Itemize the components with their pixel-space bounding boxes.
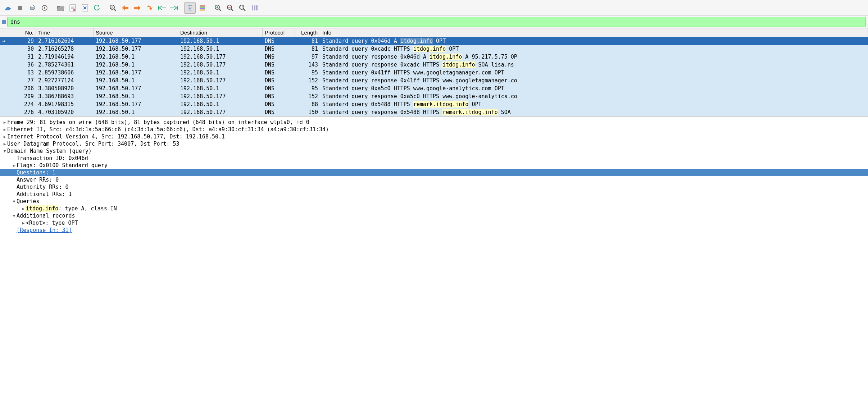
expand-icon[interactable]: ▶ — [2, 134, 7, 139]
tree-dns-additional-records[interactable]: ▼Additional records — [0, 212, 868, 219]
row-marker-icon — [0, 85, 7, 92]
svg-line-22 — [219, 9, 221, 11]
save-icon[interactable] — [67, 2, 78, 14]
tree-dns-additional-rrs[interactable]: Additional RRs: 1 — [0, 191, 868, 198]
zoom-in-icon[interactable] — [212, 2, 224, 14]
tree-dns-response-in[interactable]: [Response In: 31] — [0, 227, 868, 234]
expand-icon[interactable]: ▶ — [2, 120, 7, 125]
tree-dns-flags[interactable]: ▶Flags: 0x0100 Standard query — [0, 162, 868, 169]
options-icon[interactable] — [39, 2, 50, 14]
tree-dns-authority-rrs[interactable]: Authority RRs: 0 — [0, 183, 868, 191]
tree-dns-query-item[interactable]: ▶itdog.info: type A, class IN — [0, 205, 868, 212]
svg-rect-18 — [200, 6, 205, 8]
row-marker-icon — [0, 77, 7, 84]
display-filter-input[interactable] — [7, 17, 866, 27]
col-header-source[interactable]: Source — [94, 28, 178, 37]
packet-list: No. Time Source Destination Protocol Len… — [0, 28, 868, 117]
expand-icon[interactable]: ▶ — [12, 163, 17, 168]
svg-rect-32 — [254, 5, 255, 10]
tree-dns-questions[interactable]: Questions: 1 — [0, 169, 868, 176]
col-header-length[interactable]: Length — [295, 28, 320, 37]
tree-ethernet[interactable]: ▶Ethernet II, Src: c4:3d:1a:5a:66:c6 (c4… — [0, 126, 868, 133]
tree-dns-queries[interactable]: ▼Queries — [0, 198, 868, 205]
svg-line-26 — [231, 9, 233, 11]
open-icon[interactable] — [55, 2, 66, 14]
auto-scroll-icon[interactable] — [184, 2, 196, 14]
tree-dns-root-opt[interactable]: ▶<Root>: type OPT — [0, 219, 868, 227]
close-file-icon[interactable] — [79, 2, 91, 14]
col-header-no[interactable]: No. — [7, 28, 36, 37]
packet-row[interactable]: 2764.703105920192.168.50.1192.168.50.177… — [0, 108, 868, 116]
expand-icon[interactable]: ▶ — [2, 127, 7, 132]
filter-bar — [0, 16, 868, 28]
back-icon[interactable] — [119, 2, 131, 14]
tree-dns[interactable]: ▼Domain Name System (query) — [0, 147, 868, 155]
svg-rect-19 — [200, 8, 205, 9]
tree-frame[interactable]: ▶Frame 29: 81 bytes on wire (648 bits), … — [0, 119, 868, 126]
collapse-icon[interactable]: ▼ — [2, 149, 7, 154]
row-marker-icon: → — [0, 37, 7, 45]
shark-fin-icon[interactable] — [2, 2, 14, 14]
expand-icon[interactable]: ▶ — [21, 221, 26, 225]
packet-row[interactable]: 2093.386788693192.168.50.1192.168.50.177… — [0, 92, 868, 100]
col-header-info[interactable]: Info — [320, 28, 868, 37]
forward-icon[interactable] — [132, 2, 143, 14]
packet-row[interactable]: 632.859738606192.168.50.177192.168.50.1D… — [0, 69, 868, 77]
row-marker-icon — [0, 45, 7, 53]
svg-rect-0 — [18, 6, 22, 10]
row-marker-icon — [0, 101, 7, 108]
packet-row[interactable]: 772.927277124192.168.50.1192.168.50.177D… — [0, 77, 868, 85]
row-marker-icon — [0, 53, 7, 60]
row-marker-icon — [0, 61, 7, 68]
filter-bookmark-icon[interactable] — [2, 20, 6, 24]
col-header-destination[interactable]: Destination — [178, 28, 263, 37]
svg-text:A: A — [111, 6, 113, 9]
packet-row[interactable]: 2063.380508920192.168.50.177192.168.50.1… — [0, 85, 868, 92]
expand-icon[interactable]: ▶ — [21, 206, 26, 211]
jump-icon[interactable] — [144, 2, 155, 14]
tree-dns-txid[interactable]: Transaction ID: 0x046d — [0, 155, 868, 162]
svg-text:1:1: 1:1 — [240, 6, 244, 9]
zoom-out-icon[interactable] — [224, 2, 236, 14]
packet-row[interactable]: 312.719046194192.168.50.1192.168.50.177D… — [0, 53, 868, 61]
zoom-reset-icon[interactable]: 1:1 — [237, 2, 248, 14]
svg-rect-20 — [200, 9, 205, 11]
goto-last-icon[interactable] — [168, 2, 180, 14]
packet-row[interactable]: 302.716265278192.168.50.177192.168.50.1D… — [0, 45, 868, 53]
row-marker-icon — [0, 69, 7, 76]
row-marker-icon — [0, 93, 7, 100]
svg-rect-33 — [256, 5, 258, 10]
resize-columns-icon[interactable] — [249, 2, 260, 14]
svg-rect-31 — [252, 5, 253, 10]
packet-list-header: No. Time Source Destination Protocol Len… — [0, 28, 868, 37]
svg-point-2 — [44, 7, 45, 9]
packet-details: ▶Frame 29: 81 bytes on wire (648 bits), … — [0, 117, 868, 236]
collapse-icon[interactable]: ▼ — [12, 199, 17, 204]
expand-icon[interactable]: ▶ — [2, 142, 7, 146]
find-icon[interactable]: A — [107, 2, 119, 14]
packet-row[interactable]: 2744.691798315192.168.50.177192.168.50.1… — [0, 100, 868, 108]
row-marker-icon — [0, 109, 7, 116]
packet-row[interactable]: →292.716162694192.168.50.177192.168.50.1… — [0, 37, 868, 45]
reload-icon[interactable] — [91, 2, 103, 14]
collapse-icon[interactable]: ▼ — [12, 214, 17, 218]
col-header-protocol[interactable]: Protocol — [263, 28, 295, 37]
tree-udp[interactable]: ▶User Datagram Protocol, Src Port: 34007… — [0, 140, 868, 147]
svg-line-29 — [244, 9, 245, 11]
goto-first-icon[interactable] — [156, 2, 168, 14]
restart-icon[interactable] — [27, 2, 38, 14]
main-toolbar: A 1:1 — [0, 0, 868, 16]
colorize-icon[interactable] — [196, 2, 208, 14]
stop-icon[interactable] — [14, 2, 26, 14]
tree-dns-answer-rrs[interactable]: Answer RRs: 0 — [0, 176, 868, 183]
packet-row[interactable]: 362.785274361192.168.50.1192.168.50.177D… — [0, 61, 868, 69]
col-header-time[interactable]: Time — [36, 28, 94, 37]
svg-rect-17 — [200, 5, 205, 6]
svg-line-10 — [114, 9, 116, 11]
svg-rect-7 — [73, 9, 75, 11]
tree-ip[interactable]: ▶Internet Protocol Version 4, Src: 192.1… — [0, 133, 868, 140]
